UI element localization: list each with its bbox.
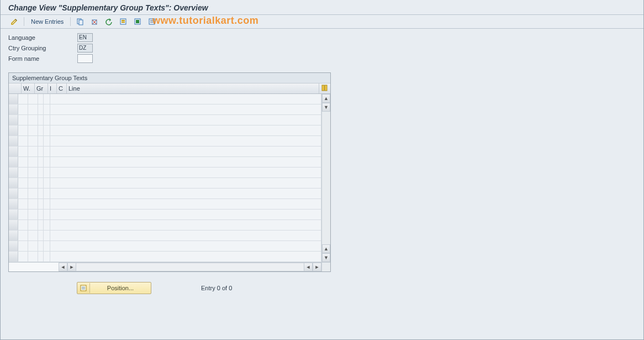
undo-icon[interactable] [103,17,115,27]
cell-c[interactable] [44,104,50,114]
cell-c[interactable] [44,147,50,156]
cell-w[interactable] [18,168,28,177]
table-row[interactable] [9,210,321,220]
cell-line[interactable] [50,104,321,114]
cell-c[interactable] [44,210,50,219]
cell-gr[interactable] [28,210,38,219]
row-selector[interactable] [9,168,18,177]
cell-line[interactable] [50,147,321,156]
scroll-down-top-icon[interactable]: ▼ [322,103,330,112]
cell-line[interactable] [50,210,321,219]
cell-line[interactable] [50,189,321,198]
cell-gr[interactable] [28,136,38,146]
cell-line[interactable] [50,252,321,261]
cell-c[interactable] [44,125,50,135]
scroll-left-icon[interactable]: ◄ [59,263,67,271]
cell-gr[interactable] [28,178,38,188]
row-selector[interactable] [9,94,18,104]
cell-i[interactable] [38,115,44,125]
table-row[interactable] [9,241,321,252]
cell-w[interactable] [18,189,28,198]
cell-line[interactable] [50,199,321,209]
table-row[interactable] [9,199,321,210]
row-selector[interactable] [9,210,18,219]
col-w[interactable]: W. [22,83,35,93]
cell-w[interactable] [18,125,28,135]
cell-c[interactable] [44,231,50,240]
cell-gr[interactable] [28,147,38,156]
col-i[interactable]: I [48,83,57,93]
cell-line[interactable] [50,168,321,177]
cell-line[interactable] [50,115,321,125]
cell-w[interactable] [18,147,28,156]
cell-w[interactable] [18,210,28,219]
hscroll-track[interactable] [76,263,304,271]
cell-i[interactable] [38,136,44,146]
cell-i[interactable] [38,94,44,104]
cell-w[interactable] [18,252,28,261]
row-selector[interactable] [9,136,18,146]
row-selector[interactable] [9,231,18,240]
table-row[interactable] [9,220,321,231]
cell-gr[interactable] [28,157,38,167]
cell-c[interactable] [44,220,50,230]
cell-w[interactable] [18,104,28,114]
cell-c[interactable] [44,189,50,198]
cell-line[interactable] [50,220,321,230]
scroll-right-icon[interactable]: ► [313,263,321,271]
cell-w[interactable] [18,220,28,230]
cell-line[interactable] [50,157,321,167]
language-value[interactable]: EN [77,33,93,42]
delete-icon[interactable] [88,17,101,27]
table-row[interactable] [9,252,321,262]
col-c[interactable]: C [57,83,67,93]
new-entries-button[interactable]: New Entries [28,17,67,27]
cell-gr[interactable] [28,189,38,198]
cell-i[interactable] [38,178,44,188]
row-selector[interactable] [9,220,18,230]
vertical-scrollbar[interactable]: ▲ ▼ ▲ ▼ [321,94,330,262]
cell-c[interactable] [44,115,50,125]
scroll-down-icon[interactable]: ▼ [322,253,330,262]
scroll-track[interactable] [322,112,330,244]
row-selector[interactable] [9,252,18,261]
row-selector[interactable] [9,125,18,135]
cell-w[interactable] [18,157,28,167]
cell-i[interactable] [38,199,44,209]
cell-i[interactable] [38,125,44,135]
table-row[interactable] [9,147,321,157]
col-gr[interactable]: Gr [35,83,48,93]
cell-line[interactable] [50,136,321,146]
table-row[interactable] [9,178,321,189]
cell-i[interactable] [38,168,44,177]
ctry-grouping-value[interactable]: DZ [77,44,93,53]
form-name-input[interactable] [77,54,93,63]
cell-c[interactable] [44,199,50,209]
cell-w[interactable] [18,241,28,251]
cell-gr[interactable] [28,168,38,177]
table-row[interactable] [9,125,321,136]
cell-c[interactable] [44,241,50,251]
row-selector[interactable] [9,115,18,125]
scroll-step-left-icon[interactable]: ◄ [304,263,313,271]
cell-i[interactable] [38,104,44,114]
cell-gr[interactable] [28,115,38,125]
select-block-icon[interactable] [131,17,144,27]
cell-line[interactable] [50,178,321,188]
cell-line[interactable] [50,231,321,240]
row-selector[interactable] [9,104,18,114]
cell-i[interactable] [38,147,44,156]
cell-i[interactable] [38,189,44,198]
row-selector[interactable] [9,241,18,251]
cell-i[interactable] [38,220,44,230]
cell-line[interactable] [50,125,321,135]
cell-w[interactable] [18,136,28,146]
row-selector[interactable] [9,178,18,188]
cell-gr[interactable] [28,125,38,135]
table-row[interactable] [9,189,321,199]
deselect-all-icon[interactable] [146,17,158,27]
cell-c[interactable] [44,168,50,177]
cell-w[interactable] [18,231,28,240]
toggle-edit-icon[interactable] [8,17,20,27]
table-row[interactable] [9,104,321,115]
